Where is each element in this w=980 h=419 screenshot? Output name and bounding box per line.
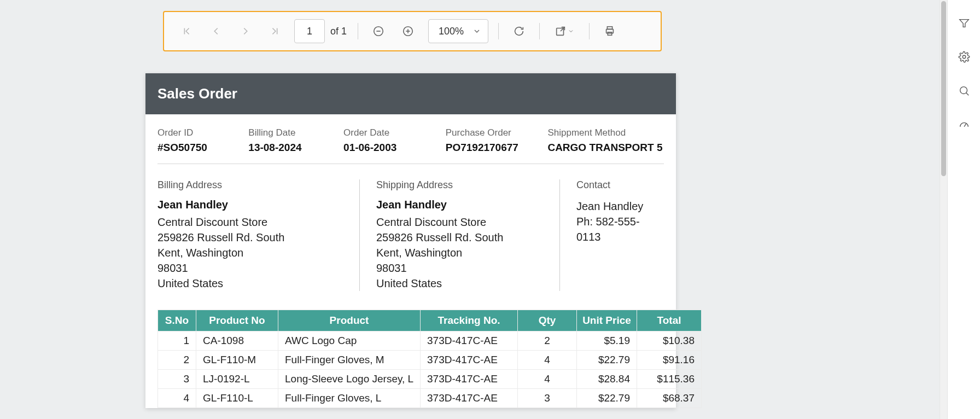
first-page-icon bbox=[180, 25, 192, 37]
shipping-line: United States bbox=[376, 276, 543, 291]
cell-total: $115.36 bbox=[637, 370, 702, 389]
cell-total: $91.16 bbox=[637, 351, 702, 370]
refresh-button[interactable] bbox=[504, 18, 534, 45]
contact-block: Contact Jean Handley Ph: 582-555-0113 bbox=[560, 179, 664, 291]
cell-product-no: CA-1098 bbox=[196, 331, 278, 351]
order-date-label: Order Date bbox=[343, 127, 446, 138]
chevron-down-icon bbox=[568, 28, 574, 34]
export-icon bbox=[555, 25, 567, 37]
cell-unit-price: $22.79 bbox=[577, 351, 637, 370]
svg-line-16 bbox=[964, 124, 966, 127]
shipping-line: 259826 Russell Rd. South bbox=[376, 230, 543, 245]
refresh-icon bbox=[513, 25, 525, 37]
table-header-row: S.No Product No Product Tracking No. Qty… bbox=[158, 310, 702, 331]
cell-product: Long-Sleeve Logo Jersey, L bbox=[278, 370, 421, 389]
zoom-value: 100% bbox=[439, 26, 464, 37]
col-tracking: Tracking No. bbox=[421, 310, 518, 331]
cell-product-no: GL-F110-L bbox=[196, 389, 278, 408]
col-total: Total bbox=[637, 310, 702, 331]
export-button[interactable] bbox=[545, 18, 584, 45]
cell-product-no: LJ-0192-L bbox=[196, 370, 278, 389]
billing-line: Kent, Washington bbox=[158, 245, 343, 260]
toolbar-separator bbox=[539, 23, 540, 39]
table-row: 3 LJ-0192-L Long-Sleeve Logo Jersey, L 3… bbox=[158, 370, 702, 389]
shipping-address-title: Shipping Address bbox=[376, 179, 543, 191]
gear-icon bbox=[958, 51, 970, 63]
cell-unit-price: $5.19 bbox=[577, 331, 637, 351]
billing-line: Central Discount Store bbox=[158, 214, 343, 230]
viewer-toolbar: of 1 100% bbox=[163, 11, 662, 51]
order-id-label: Order ID bbox=[158, 127, 248, 138]
billing-line: 98031 bbox=[158, 260, 343, 276]
col-sno: S.No bbox=[158, 310, 196, 331]
cell-product: Full-Finger Gloves, L bbox=[278, 389, 421, 408]
table-row: 1 CA-1098 AWC Logo Cap 373D-417C-AE 2 $5… bbox=[158, 331, 702, 351]
cell-tracking: 373D-417C-AE bbox=[421, 351, 518, 370]
settings-button[interactable] bbox=[956, 49, 972, 65]
page-of-label: of 1 bbox=[327, 26, 352, 37]
zoom-out-button[interactable] bbox=[364, 18, 393, 45]
cell-tracking: 373D-417C-AE bbox=[421, 389, 518, 408]
cell-total: $68.37 bbox=[637, 389, 702, 408]
cell-total: $10.38 bbox=[637, 331, 702, 351]
first-page-button[interactable] bbox=[172, 18, 201, 45]
col-product: Product bbox=[278, 310, 421, 331]
shipping-line: 98031 bbox=[376, 260, 543, 276]
cell-sno: 3 bbox=[158, 370, 196, 389]
billing-line: United States bbox=[158, 276, 343, 291]
vertical-scrollbar[interactable] bbox=[940, 0, 947, 419]
zoom-dropdown[interactable]: 100% bbox=[428, 19, 488, 43]
shipping-address-block: Shipping Address Jean Handley Central Di… bbox=[360, 179, 560, 291]
cell-qty: 3 bbox=[518, 389, 577, 408]
performance-button[interactable] bbox=[956, 117, 972, 132]
table-row: 2 GL-F110-M Full-Finger Gloves, M 373D-4… bbox=[158, 351, 702, 370]
cell-qty: 4 bbox=[518, 370, 577, 389]
search-button[interactable] bbox=[956, 83, 972, 98]
col-product-no: Product No bbox=[196, 310, 278, 331]
report-page: Sales Order Order ID #SO50750 Billing Da… bbox=[145, 73, 676, 408]
line-items-table: S.No Product No Product Tracking No. Qty… bbox=[158, 310, 702, 408]
cell-qty: 2 bbox=[518, 331, 577, 351]
cell-product-no: GL-F110-M bbox=[196, 351, 278, 370]
billing-name: Jean Handley bbox=[158, 199, 343, 211]
order-id-value: #SO50750 bbox=[158, 142, 248, 154]
toolbar-separator bbox=[358, 23, 358, 39]
table-row: 4 GL-F110-L Full-Finger Gloves, L 373D-4… bbox=[158, 389, 702, 408]
billing-date-value: 13-08-2024 bbox=[248, 142, 343, 154]
svg-rect-11 bbox=[608, 32, 611, 36]
report-title: Sales Order bbox=[145, 73, 676, 114]
toolbar-separator bbox=[498, 23, 499, 39]
cell-unit-price: $28.84 bbox=[577, 370, 637, 389]
page-number-input[interactable] bbox=[294, 19, 325, 43]
chevron-right-icon bbox=[240, 25, 252, 37]
filter-icon bbox=[958, 17, 970, 29]
prev-page-button[interactable] bbox=[201, 18, 231, 45]
shipment-method-value: CARGO TRANSPORT 5 bbox=[547, 142, 664, 154]
minus-circle-icon bbox=[372, 25, 384, 37]
shipping-name: Jean Handley bbox=[376, 199, 543, 211]
chevron-down-icon bbox=[472, 27, 481, 36]
cell-sno: 4 bbox=[158, 389, 196, 408]
contact-title: Contact bbox=[576, 179, 648, 191]
cell-sno: 2 bbox=[158, 351, 196, 370]
cell-qty: 4 bbox=[518, 351, 577, 370]
order-date-value: 01-06-2003 bbox=[343, 142, 446, 154]
scrollbar-thumb[interactable] bbox=[941, 1, 946, 176]
cell-product: Full-Finger Gloves, M bbox=[278, 351, 421, 370]
print-button[interactable] bbox=[595, 18, 625, 45]
svg-line-15 bbox=[966, 93, 969, 96]
billing-address-title: Billing Address bbox=[158, 179, 343, 191]
zoom-in-button[interactable] bbox=[393, 18, 423, 45]
billing-address-block: Billing Address Jean Handley Central Dis… bbox=[158, 179, 360, 291]
chevron-left-icon bbox=[210, 25, 222, 37]
print-icon bbox=[604, 25, 616, 37]
filter-button[interactable] bbox=[956, 15, 972, 31]
purchase-order-value: PO7192170677 bbox=[446, 142, 548, 154]
purchase-order-label: Purchase Order bbox=[446, 127, 548, 138]
billing-date-label: Billing Date bbox=[248, 127, 343, 138]
last-page-button[interactable] bbox=[260, 18, 290, 45]
cell-tracking: 373D-417C-AE bbox=[421, 331, 518, 351]
plus-circle-icon bbox=[402, 25, 414, 37]
next-page-button[interactable] bbox=[231, 18, 260, 45]
order-meta-row: Order ID #SO50750 Billing Date 13-08-202… bbox=[158, 127, 664, 164]
